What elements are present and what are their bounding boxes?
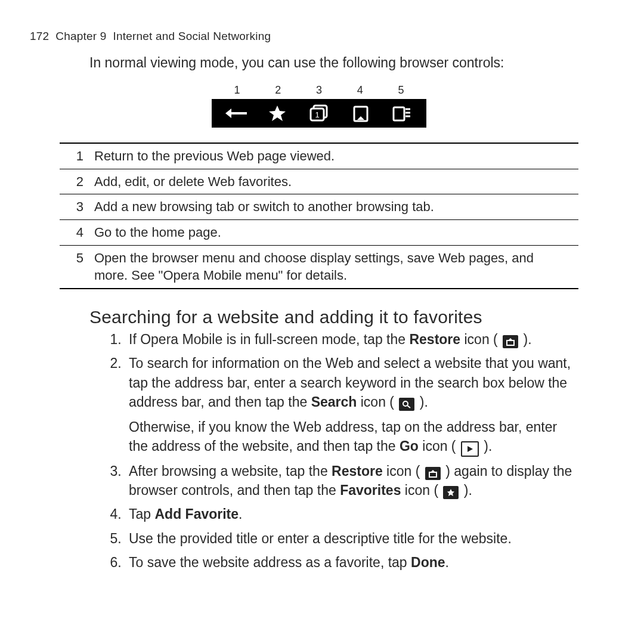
step-2-alt: Otherwise, if you know the Web address, … xyxy=(129,417,578,457)
back-arrow-icon xyxy=(218,102,254,125)
favorites-label: Favorites xyxy=(340,482,401,498)
section-heading: Searching for a website and adding it to… xyxy=(89,307,578,327)
table-row: 2 Add, edit, or delete Web favorites. xyxy=(60,169,578,195)
control-number: 5 xyxy=(60,249,94,284)
toolbar-label-5: 5 xyxy=(398,84,404,97)
svg-marker-4 xyxy=(357,116,364,120)
control-description: Return to the previous Web page viewed. xyxy=(94,147,578,165)
menu-icon xyxy=(384,102,420,125)
chapter-label: Chapter 9 xyxy=(55,30,106,42)
control-number: 2 xyxy=(60,173,94,191)
steps-list: If Opera Mobile is in full-screen mode, … xyxy=(125,330,578,572)
svg-marker-10 xyxy=(508,338,513,340)
toolbar-label-3: 3 xyxy=(316,84,322,97)
control-description: Add, edit, or delete Web favorites. xyxy=(94,173,578,191)
restore-icon xyxy=(425,467,441,480)
star-icon xyxy=(259,102,295,125)
control-description: Go to the home page. xyxy=(94,224,578,242)
table-row: 1 Return to the previous Web page viewed… xyxy=(60,144,578,169)
restore-label: Restore xyxy=(409,332,460,347)
svg-rect-14 xyxy=(429,472,436,477)
table-row: 3 Add a new browsing tab or switch to an… xyxy=(60,194,578,220)
toolbar-label-1: 1 xyxy=(234,84,240,97)
table-row: 5 Open the browser menu and choose displ… xyxy=(60,246,578,289)
step-5: Use the provided title or enter a descri… xyxy=(125,529,578,548)
svg-line-12 xyxy=(407,405,410,408)
control-description: Open the browser menu and choose display… xyxy=(94,249,578,284)
go-icon xyxy=(461,441,479,457)
restore-label: Restore xyxy=(332,463,383,479)
toolbar-label-4: 4 xyxy=(357,84,363,97)
svg-rect-9 xyxy=(507,340,514,345)
chapter-title: Internet and Social Networking xyxy=(113,30,271,42)
home-icon xyxy=(343,102,379,125)
add-favorite-label: Add Favorite xyxy=(154,506,239,522)
restore-icon xyxy=(503,335,518,348)
svg-marker-15 xyxy=(431,470,435,472)
step-6: To save the website address as a favorit… xyxy=(125,553,578,572)
svg-marker-13 xyxy=(467,446,473,452)
toolbar-figure: 1 2 3 4 5 1 xyxy=(30,84,608,128)
page-number: 172 xyxy=(30,30,49,42)
search-icon xyxy=(399,398,414,411)
favorites-icon xyxy=(443,486,459,499)
table-row: 4 Go to the home page. xyxy=(60,220,578,246)
tabs-icon: 1 xyxy=(301,102,337,125)
control-description: Add a new browsing tab or switch to anot… xyxy=(94,198,578,216)
step-4: Tap Add Favorite. xyxy=(125,504,578,524)
done-label: Done xyxy=(411,555,445,570)
svg-text:1: 1 xyxy=(315,110,319,119)
control-number: 4 xyxy=(60,224,94,242)
intro-text: In normal viewing mode, you can use the … xyxy=(89,54,608,72)
search-label: Search xyxy=(311,394,357,410)
step-2: To search for information on the Web and… xyxy=(125,354,578,457)
toolbar-label-2: 2 xyxy=(275,84,281,97)
svg-rect-5 xyxy=(394,107,404,120)
step-3: After browsing a website, tap the Restor… xyxy=(125,462,578,500)
controls-table: 1 Return to the previous Web page viewed… xyxy=(60,143,578,289)
control-number: 1 xyxy=(60,147,94,165)
go-label: Go xyxy=(400,438,419,454)
svg-point-11 xyxy=(403,401,408,406)
running-header: 172 Chapter 9 Internet and Social Networ… xyxy=(30,30,608,43)
control-number: 3 xyxy=(60,198,94,216)
step-1: If Opera Mobile is in full-screen mode, … xyxy=(125,330,578,349)
